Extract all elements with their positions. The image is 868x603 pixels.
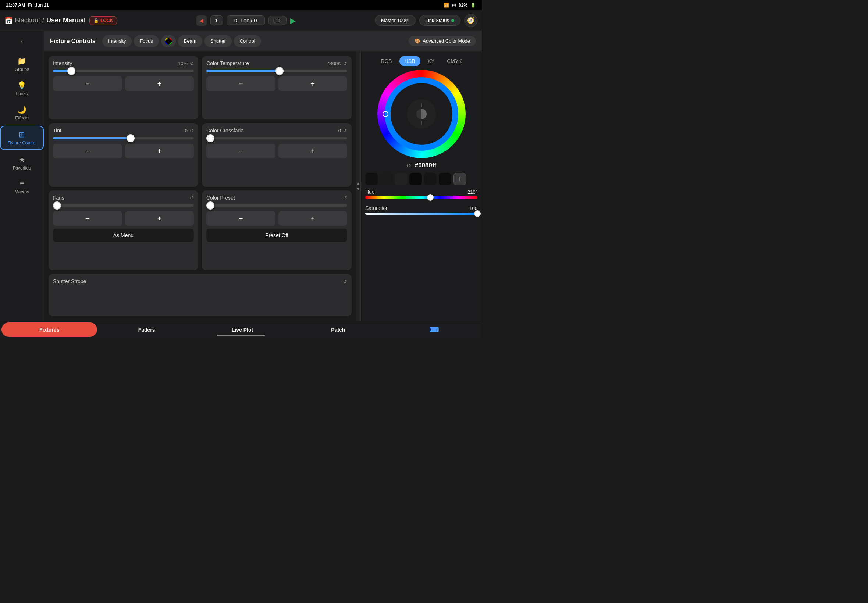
- fans-menu-button[interactable]: As Menu: [53, 229, 194, 242]
- content-area: Fixture Controls Intensity Focus: [44, 31, 482, 321]
- keyboard-button[interactable]: ⌨: [386, 321, 482, 338]
- sidebar-item-effects[interactable]: 🌙 Effects: [0, 102, 44, 124]
- link-status-button[interactable]: Link Status: [419, 15, 461, 26]
- color-panel: RGB HSB XY CMYK: [361, 51, 482, 321]
- intensity-thumb[interactable]: [67, 67, 76, 75]
- color-preset-label: Color Preset: [206, 195, 235, 201]
- color-crossfade-minus[interactable]: −: [206, 144, 275, 158]
- tab-beam[interactable]: Beam: [178, 35, 202, 47]
- tint-reset[interactable]: ↺: [190, 128, 194, 133]
- sidebar-item-favorites[interactable]: ★ Favorites: [0, 152, 44, 174]
- color-temperature-plus[interactable]: +: [279, 76, 348, 91]
- tint-fill: [53, 137, 131, 139]
- color-crossfade-slider[interactable]: [206, 137, 347, 139]
- fans-plus[interactable]: +: [125, 211, 194, 226]
- hue-slider-section: Hue 210°: [365, 189, 477, 201]
- saturation-slider[interactable]: [365, 212, 477, 215]
- home-indicator: [217, 335, 265, 336]
- intensity-minus[interactable]: −: [53, 76, 122, 91]
- tint-value: 0: [185, 128, 187, 133]
- color-mode-xy[interactable]: XY: [422, 56, 440, 66]
- sidebar-item-looks[interactable]: 💡 Looks: [0, 77, 44, 100]
- faders-button[interactable]: Faders: [99, 321, 194, 338]
- color-preset-slider[interactable]: [206, 204, 347, 207]
- intensity-plus[interactable]: +: [125, 76, 194, 91]
- tint-slider[interactable]: [53, 137, 194, 139]
- color-wheel-icon: [165, 37, 172, 45]
- calendar-icon: 📅: [5, 17, 12, 25]
- color-temperature-minus[interactable]: −: [206, 76, 275, 91]
- color-temperature-reset[interactable]: ↺: [343, 61, 347, 66]
- patch-button[interactable]: Patch: [290, 321, 386, 338]
- sidebar-item-macros[interactable]: ≡ Macros: [0, 176, 44, 198]
- hue-indicator[interactable]: [382, 111, 388, 117]
- swatch-3[interactable]: [395, 173, 407, 185]
- color-crossfade-reset[interactable]: ↺: [343, 128, 347, 133]
- tint-thumb[interactable]: [127, 134, 135, 142]
- tab-buttons: Intensity Focus: [102, 35, 404, 47]
- color-preset-minus[interactable]: −: [206, 211, 275, 226]
- intensity-label: Intensity: [53, 60, 72, 66]
- color-temperature-slider[interactable]: [206, 70, 347, 72]
- shutter-strobe-reset[interactable]: ↺: [343, 279, 347, 284]
- color-crossfade-thumb[interactable]: [206, 134, 214, 142]
- color-wheel[interactable]: [378, 70, 466, 158]
- date: Fri Jun 21: [28, 3, 49, 8]
- status-bar-left: 11:07 AM Fri Jun 21: [6, 3, 49, 8]
- color-temperature-thumb[interactable]: [275, 67, 283, 75]
- scroll-indicator[interactable]: ▲ ▼: [356, 51, 361, 321]
- fixture-header: Fixture Controls Intensity Focus: [44, 31, 482, 51]
- swatch-4[interactable]: [409, 173, 422, 185]
- tab-shutter[interactable]: Shutter: [204, 35, 232, 47]
- sidebar-collapse-button[interactable]: ‹: [15, 34, 29, 48]
- controls-panels: Intensity 10% ↺ − +: [44, 51, 356, 321]
- prev-look-button[interactable]: ◀: [196, 15, 207, 26]
- swatch-2[interactable]: [380, 173, 393, 185]
- fans-minus[interactable]: −: [53, 211, 122, 226]
- main-layout: ‹ 📁 Groups 💡 Looks 🌙 Effects ⊞ Fixture C…: [0, 31, 482, 321]
- controls-grid: Intensity 10% ↺ − +: [44, 51, 482, 321]
- fans-slider[interactable]: [53, 204, 194, 207]
- master-button[interactable]: Master 100%: [375, 15, 416, 26]
- hue-thumb[interactable]: [427, 194, 434, 201]
- hex-reset-icon[interactable]: ↺: [407, 162, 411, 169]
- tab-intensity[interactable]: Intensity: [102, 35, 132, 47]
- tint-minus[interactable]: −: [53, 144, 122, 158]
- tint-plus[interactable]: +: [125, 144, 194, 158]
- play-button[interactable]: ▶: [290, 16, 296, 25]
- color-mode-hsb[interactable]: HSB: [399, 56, 420, 66]
- color-preset-thumb[interactable]: [206, 201, 214, 210]
- lock-button[interactable]: 🔒 LOCK: [90, 16, 117, 25]
- color-mode-cmyk[interactable]: CMYK: [442, 56, 467, 66]
- top-nav: 📅 Blackout / User Manual 🔒 LOCK ◀ 1 0. L…: [0, 10, 482, 31]
- color-crossfade-plus[interactable]: +: [279, 144, 348, 158]
- sidebar-item-fixture-control[interactable]: ⊞ Fixture Control: [0, 126, 44, 150]
- tab-control[interactable]: Control: [234, 35, 261, 47]
- tab-focus[interactable]: Focus: [134, 35, 158, 47]
- intensity-reset[interactable]: ↺: [190, 61, 194, 66]
- advanced-color-mode-button[interactable]: 🎨 Advanced Color Mode: [408, 36, 476, 46]
- swatch-6[interactable]: [439, 173, 451, 185]
- page-title: User Manual: [46, 17, 86, 24]
- color-mode-rgb[interactable]: RGB: [376, 56, 397, 66]
- color-preset-plus[interactable]: +: [279, 211, 348, 226]
- fans-reset[interactable]: ↺: [190, 195, 194, 201]
- color-wheel-container[interactable]: [365, 70, 477, 158]
- fans-label: Fans: [53, 195, 64, 201]
- color-preset-menu-button[interactable]: Preset Off: [206, 229, 347, 242]
- fans-thumb[interactable]: [53, 201, 61, 210]
- hue-slider[interactable]: [365, 196, 477, 199]
- swatch-5[interactable]: [424, 173, 436, 185]
- battery: 82%: [459, 3, 467, 8]
- fixtures-button[interactable]: Fixtures: [2, 322, 97, 337]
- look-number: 1: [210, 15, 223, 25]
- color-preset-reset[interactable]: ↺: [343, 195, 347, 201]
- swatch-1[interactable]: [365, 173, 378, 185]
- add-swatch-button[interactable]: +: [453, 173, 466, 185]
- compass-button[interactable]: 🧭: [464, 14, 477, 27]
- tab-color[interactable]: [161, 35, 176, 47]
- sidebar-item-groups[interactable]: 📁 Groups: [0, 53, 44, 76]
- looks-label: Looks: [16, 91, 28, 96]
- saturation-thumb[interactable]: [474, 210, 481, 217]
- intensity-slider[interactable]: [53, 70, 194, 72]
